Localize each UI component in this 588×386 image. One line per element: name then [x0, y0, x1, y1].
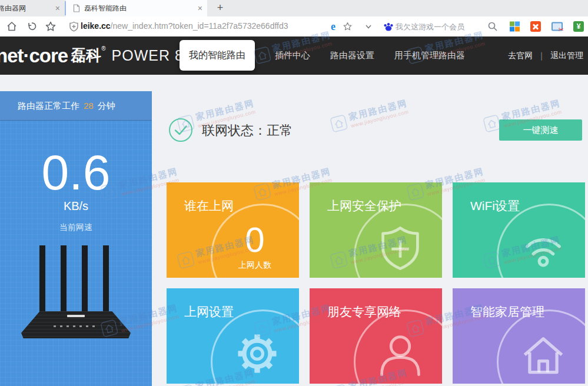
netcore-logo: net·core 磊科 ® POWER 8L [0, 36, 192, 75]
router-navbar: net·core 磊科 ® POWER 8L 我的智能路由 插件中心 路由器设置… [0, 36, 588, 75]
sidebar-status-panel: 路由器正常工作28分钟 0.6 KB/s 当前网速 [0, 91, 152, 386]
nav-menu: 我的智能路由 插件中心 路由器设置 用手机管理路由器 [180, 36, 465, 75]
router-antenna [103, 245, 109, 312]
router-antenna [61, 245, 67, 312]
shield-plus-icon [376, 223, 425, 272]
icon-circle [354, 310, 442, 384]
page-icon [73, 4, 80, 12]
online-count-label: 上网人数 [238, 260, 271, 271]
tile-who-is-online[interactable]: 谁在上网 0 上网人数 [167, 182, 299, 278]
browser-tab-1[interactable]: 路由器网 × [0, 0, 65, 16]
tab-title: 路由器网 [0, 4, 47, 14]
icon-circle [497, 204, 585, 278]
search-icon[interactable] [487, 21, 498, 32]
speed-unit: KB/s [0, 199, 152, 213]
nav-links: 去官网 ｜ 退出管理 [508, 36, 583, 75]
speed-value: 0.6 [0, 148, 152, 197]
address-bar[interactable]: leike.cc/new_index.htm?token_id=11a2f7a5… [81, 21, 328, 31]
search-input[interactable]: 我欠这游戏一个会员 [396, 22, 484, 32]
brand-leike: 磊科 [71, 45, 101, 66]
tile-internet-settings[interactable]: 上网设置 [167, 288, 299, 384]
browser-tab-bar: 路由器网 × 磊科智能路由 × + [0, 0, 588, 16]
network-status-text: 联网状态：正常 [202, 122, 293, 139]
scissors-glyph: ✂ [559, 26, 564, 34]
tab-close-icon[interactable]: × [198, 4, 202, 12]
favorite-star-icon[interactable] [343, 22, 353, 32]
bookmark-star-icon[interactable] [45, 21, 57, 32]
tile-title: 上网设置 [184, 304, 234, 320]
speed-test-button[interactable]: 一键测速 [499, 119, 582, 141]
nav-item-router-settings[interactable]: 路由器设置 [330, 50, 374, 61]
ie-compat-icon[interactable]: e [331, 21, 335, 33]
link-official-site[interactable]: 去官网 [508, 51, 533, 61]
home-icon[interactable] [6, 21, 18, 32]
icon-circle [211, 310, 299, 384]
feature-tiles: 谁在上网 0 上网人数 上网安全保护 [167, 182, 585, 384]
router-logo-mark [67, 315, 85, 317]
status-check-icon [168, 118, 193, 142]
tile-title: 谁在上网 [184, 198, 234, 214]
tile-guest-network[interactable]: 朋友专享网络 [310, 288, 442, 384]
site-security-shield-icon[interactable] [69, 21, 79, 32]
tile-title: WiFi设置 [470, 198, 520, 214]
nav-item-manage-by-phone[interactable]: 用手机管理路由器 [394, 50, 465, 61]
icon-circle [497, 310, 585, 384]
tab-title: 磊科智能路由 [84, 4, 127, 14]
router-image [21, 245, 131, 338]
chevron-down-icon[interactable] [364, 22, 373, 31]
link-divider: ｜ [537, 51, 546, 61]
uptime-banner: 路由器正常工作28分钟 [0, 91, 152, 121]
screenshot-icon[interactable]: ✂ [552, 22, 563, 31]
router-dashboard: 路由器正常工作28分钟 0.6 KB/s 当前网速 联网状态：正常 一键测速 [0, 75, 588, 386]
baidu-paw-icon [383, 21, 394, 32]
speed-caption: 当前网速 [0, 222, 152, 233]
browser-toolbar: leike.cc/new_index.htm?token_id=11a2f7a5… [0, 16, 588, 36]
link-logout[interactable]: 退出管理 [550, 51, 583, 61]
url-host: leike.cc [81, 21, 111, 31]
person-icon [376, 329, 425, 378]
router-antenna [39, 245, 45, 312]
browser-tab-2-active[interactable]: 磊科智能路由 × [66, 0, 207, 16]
uptime-unit: 分钟 [98, 101, 115, 111]
tile-security-protection[interactable]: 上网安全保护 [310, 182, 442, 278]
new-tab-button[interactable]: + [212, 0, 228, 16]
tab-close-icon[interactable]: × [55, 4, 60, 12]
apps-grid-icon[interactable] [510, 22, 520, 32]
home-icon [519, 329, 568, 378]
router-antenna [82, 245, 88, 312]
registered-mark: ® [101, 45, 105, 52]
refresh-icon[interactable] [26, 21, 38, 32]
network-status-row: 联网状态：正常 一键测速 [168, 118, 585, 142]
tools-icon[interactable] [530, 21, 541, 32]
online-count-circle: 0 上网人数 [211, 204, 299, 278]
nav-item-my-smart-router[interactable]: 我的智能路由 [180, 40, 255, 71]
brand-netcore: net·core [0, 45, 68, 67]
current-speed-block: 0.6 KB/s 当前网速 [0, 148, 152, 233]
tile-smart-home[interactable]: 智能家居管理 [453, 288, 585, 384]
wifi-icon [519, 223, 568, 272]
gear-icon [232, 329, 282, 378]
uptime-prefix: 路由器正常工作 [18, 101, 79, 111]
nav-item-plugin-center[interactable]: 插件中心 [275, 50, 310, 61]
tile-wifi-settings[interactable]: WiFi设置 [453, 182, 585, 278]
online-count: 0 [238, 222, 271, 258]
router-led-row [54, 325, 98, 327]
rebate-money-icon[interactable]: ¥ [573, 21, 584, 32]
uptime-value: 28 [79, 101, 98, 111]
url-path: /new_index.htm?token_id=11a2f7a5732e66df… [111, 21, 288, 31]
icon-circle [354, 204, 442, 278]
main-content: 联网状态：正常 一键测速 谁在上网 0 上网人数 上网安全保护 [152, 75, 588, 386]
